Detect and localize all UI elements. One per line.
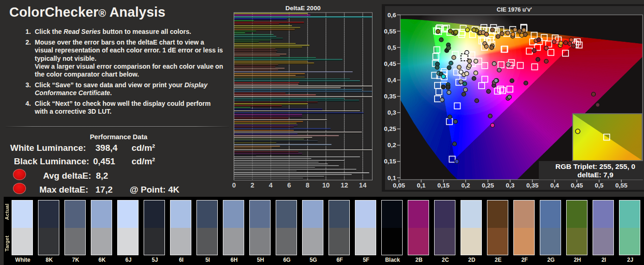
svg-text:14: 14 — [359, 181, 366, 189]
svg-text:0,3: 0,3 — [506, 182, 515, 189]
svg-text:0,35: 0,35 — [526, 182, 539, 189]
svg-text:0,25: 0,25 — [482, 182, 494, 189]
svg-text:0,1: 0,1 — [387, 175, 396, 181]
svg-text:0,3: 0,3 — [387, 109, 396, 116]
svg-text:0,55: 0,55 — [384, 28, 397, 35]
svg-text:0,2: 0,2 — [387, 142, 396, 149]
svg-text:0,55: 0,55 — [615, 182, 628, 189]
svg-text:CIE 1976 u'v': CIE 1976 u'v' — [497, 6, 532, 13]
svg-text:10: 10 — [322, 181, 329, 189]
svg-text:0,15: 0,15 — [384, 158, 397, 165]
svg-text:0: 0 — [232, 181, 236, 189]
svg-text:0,35: 0,35 — [384, 93, 397, 100]
svg-text:0,5: 0,5 — [595, 182, 604, 189]
svg-text:0,2: 0,2 — [461, 182, 470, 189]
svg-text:0,1: 0,1 — [417, 182, 426, 189]
svg-text:0,4: 0,4 — [550, 182, 559, 189]
svg-text:12: 12 — [341, 181, 348, 189]
svg-text:0,25: 0,25 — [384, 125, 397, 132]
svg-text:8: 8 — [306, 181, 309, 189]
svg-text:0,45: 0,45 — [384, 60, 397, 67]
svg-text:0,05: 0,05 — [393, 182, 405, 189]
svg-text:DeltaE 2000: DeltaE 2000 — [285, 5, 321, 12]
svg-text:6: 6 — [287, 181, 291, 189]
svg-text:0,5: 0,5 — [387, 44, 396, 51]
svg-text:deltaE: 7,9: deltaE: 7,9 — [577, 171, 613, 179]
svg-text:0,4: 0,4 — [387, 77, 396, 84]
svg-text:2: 2 — [251, 181, 254, 189]
svg-text:RGB Triplet: 255, 255, 0: RGB Triplet: 255, 255, 0 — [556, 162, 635, 170]
svg-text:0,6: 0,6 — [387, 12, 396, 19]
svg-text:4: 4 — [269, 181, 272, 189]
svg-text:0,45: 0,45 — [571, 182, 583, 189]
svg-text:0,15: 0,15 — [437, 182, 450, 189]
